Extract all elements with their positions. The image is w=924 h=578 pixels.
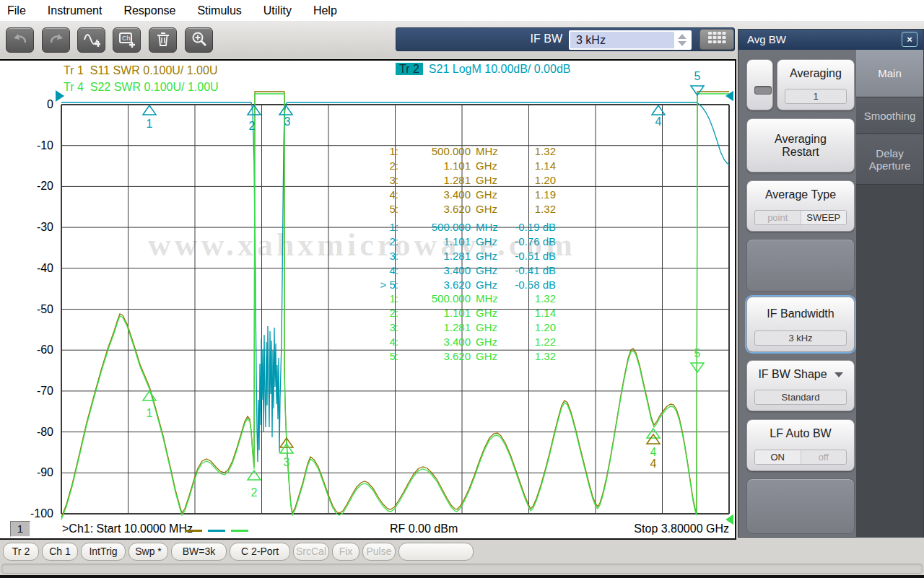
marker-row: 2:1.101GHz1.14 [357, 159, 556, 173]
marker-row: 4:3.400GHz1.19 [357, 188, 556, 202]
undo-button[interactable] [6, 27, 34, 53]
svg-text:1: 1 [147, 118, 153, 130]
average-type-segment[interactable]: point SWEEP [754, 210, 847, 225]
avg-bw-panel: Avg BW × MainSmoothingDelay Aperture Ave… [738, 29, 924, 538]
marker-row: 1:500.000MHz-0.19 dB [357, 220, 556, 235]
status-button[interactable]: SrcCal [293, 543, 329, 561]
averaging-toggle-button[interactable] [746, 59, 773, 110]
panel-tab[interactable]: Main [856, 50, 923, 97]
marker-row: 1:500.000MHz1.32 [357, 292, 556, 306]
button-label: IF Bandwidth [747, 307, 854, 320]
trace-meas: S22 SWR 0.100U/ 1.00U [90, 81, 219, 93]
keypad-button[interactable] [699, 29, 734, 50]
if-bandwidth-button[interactable]: IF Bandwidth 3 kHz [746, 297, 855, 352]
marker-table-tr4: 1:500.000MHz1.32 2:1.101GHz1.14 3:1.281G… [357, 292, 556, 364]
svg-text:-60: -60 [37, 343, 53, 356]
svg-text:3: 3 [284, 115, 291, 128]
lf-auto-bw-segment[interactable]: ON off [754, 450, 847, 465]
channel-badge[interactable]: 1 [10, 521, 30, 537]
marker-row: > 5:3.620GHz-0.58 dB [357, 278, 556, 292]
marker-row: 3:1.281GHz1.20 [357, 320, 556, 335]
ifbw-shape-button[interactable]: IF BW Shape Standard [746, 360, 855, 411]
svg-text:1: 1 [147, 407, 153, 419]
legend-dash-tr1 [185, 530, 202, 532]
lf-auto-bw-button[interactable]: LF Auto BW ON off [746, 419, 855, 471]
svg-text:-80: -80 [37, 426, 53, 438]
panel-tab[interactable]: Delay Aperture [856, 134, 923, 185]
zoom-button[interactable] [185, 27, 213, 53]
svg-text:4: 4 [655, 115, 662, 128]
status-button[interactable]: BW=3k [171, 543, 227, 561]
averaging-value: 1 [785, 89, 847, 104]
marker-row: 5:3.620GHz1.32 [357, 349, 556, 364]
marker-table-tr1: 1:500.000MHz1.32 2:1.101GHz1.14 3:1.281G… [357, 144, 556, 216]
status-button[interactable]: C 2-Port [230, 543, 290, 561]
marker-table-tr2: 1:500.000MHz-0.19 dB 2:1.101GHz-0.76 dB … [357, 220, 556, 292]
menu-item[interactable]: Stimulus [186, 0, 252, 22]
option-sweep[interactable]: SWEEP [801, 211, 847, 224]
trace-label-tr2[interactable]: Tr 2S21 LogM 10.00dB/ 0.00dB [396, 63, 570, 76]
ifbw-label: IF BW [531, 32, 562, 45]
trace-label-tr4[interactable]: Tr 4 S22 SWR 0.100U/ 1.00U [64, 81, 219, 94]
legend-dash-tr4 [231, 530, 248, 532]
option-point[interactable]: point [755, 211, 801, 224]
menu-item[interactable]: Instrument [37, 0, 113, 22]
start-frequency-text: >Ch1: Start 10.0000 MHz [62, 522, 193, 537]
redo-icon [48, 30, 65, 51]
spinner-down-icon[interactable] [678, 41, 687, 46]
panel-tab[interactable]: Smoothing [856, 97, 923, 134]
add-trace-button[interactable] [77, 27, 105, 53]
status-button[interactable]: Fix [332, 543, 359, 561]
ifbw-shape-value: Standard [754, 390, 847, 405]
svg-text:-50: -50 [37, 303, 53, 315]
svg-text:-100: -100 [30, 507, 53, 520]
svg-text:Ch: Ch [122, 35, 131, 42]
averaging-button[interactable]: Averaging 1 [777, 59, 855, 110]
panel-close-button[interactable]: × [902, 32, 918, 47]
svg-text:5: 5 [694, 347, 701, 359]
menu-item[interactable]: File [0, 0, 37, 22]
redo-button[interactable] [42, 27, 70, 53]
rf-power-text: RF 0.00 dBm [390, 522, 458, 537]
svg-text:2: 2 [251, 486, 258, 499]
undo-icon [12, 30, 29, 51]
legend-dash-tr2 [208, 530, 225, 532]
menu-item[interactable]: Utility [253, 0, 302, 22]
svg-text:-20: -20 [37, 180, 53, 192]
menu-item[interactable]: Response [113, 0, 186, 22]
blank-softkey-1 [746, 239, 855, 292]
button-label: Averaging Restart [761, 133, 840, 159]
status-bar: Tr 2Ch 1IntTrigSwp *BW=3kC 2-PortSrcCalF… [0, 540, 924, 575]
averaging-restart-button[interactable]: Averaging Restart [746, 118, 855, 172]
marker-row: 3:1.281GHz-0.51 dB [357, 249, 556, 263]
status-button[interactable]: Pulse [362, 543, 396, 561]
delete-button[interactable] [149, 27, 177, 53]
menu-item[interactable]: Help [302, 0, 348, 22]
svg-text:4: 4 [650, 457, 657, 470]
trace-label-tr1[interactable]: Tr 1 S11 SWR 0.100U/ 1.00U [64, 64, 217, 77]
status-button[interactable]: IntTrig [81, 543, 126, 561]
average-type-button[interactable]: Average Type point SWEEP [746, 180, 855, 232]
ifbw-input[interactable]: 3 kHz [569, 30, 692, 50]
spinner-up-icon[interactable] [678, 34, 687, 39]
trace-name: Tr 1 [64, 64, 84, 76]
window-edge [0, 575, 924, 578]
button-label: Averaging [777, 67, 854, 80]
ifbw-spinner[interactable] [674, 32, 690, 48]
status-button[interactable] [398, 543, 474, 561]
add-channel-button[interactable]: Ch [113, 27, 141, 53]
status-button[interactable]: Swp * [128, 543, 168, 561]
status-button[interactable]: Tr 2 [3, 543, 39, 561]
marker-row: 5:3.620GHz1.32 [357, 202, 556, 216]
svg-text:-30: -30 [37, 221, 53, 233]
marker-row: 2:1.101GHz-0.76 dB [357, 235, 556, 249]
chart-panel: 0-10-20-30-40-50-60-70-80-90-10012345123… [0, 59, 736, 540]
dropdown-arrow-icon [834, 372, 843, 377]
stop-frequency-text: Stop 3.80000 GHz [599, 522, 729, 537]
svg-text:-70: -70 [37, 385, 53, 397]
zoom-in-icon [191, 30, 208, 51]
option-off[interactable]: off [801, 450, 847, 464]
marker-row: 4:3.400GHz-0.41 dB [357, 263, 556, 278]
status-button[interactable]: Ch 1 [42, 543, 78, 561]
option-on[interactable]: ON [755, 450, 801, 464]
